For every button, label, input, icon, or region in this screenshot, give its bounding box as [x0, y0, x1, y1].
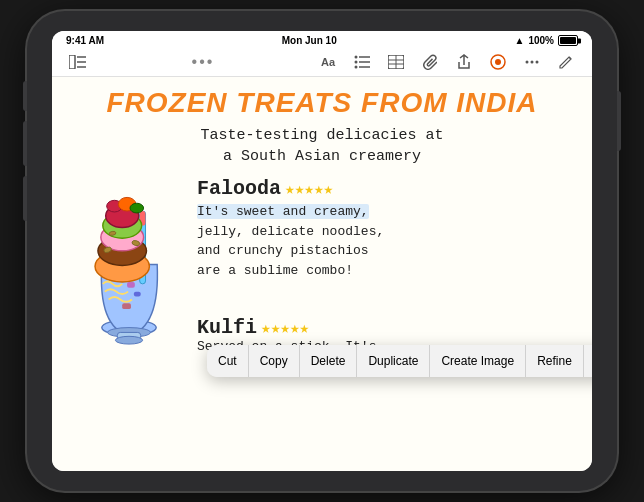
svg-point-18 — [536, 61, 539, 64]
refine-menu-item[interactable]: Refine — [526, 345, 584, 377]
note-title: Frozen Treats From India — [72, 87, 572, 119]
svg-rect-34 — [134, 292, 141, 297]
table-icon[interactable] — [386, 52, 406, 72]
kulfi-name: Kulfi ★★★★★ — [197, 316, 572, 339]
svg-point-4 — [355, 56, 358, 59]
falooda-stars: ★★★★★ — [285, 179, 333, 199]
svg-point-17 — [531, 61, 534, 64]
attachment-icon[interactable] — [420, 52, 440, 72]
delete-menu-item[interactable]: Delete — [300, 345, 358, 377]
mute-button[interactable] — [23, 81, 27, 111]
svg-point-29 — [130, 203, 144, 213]
note-subtitle: Taste-testing delicacies at a South Asia… — [72, 125, 572, 167]
svg-point-8 — [355, 66, 358, 69]
toolbar-right: Aa — [318, 52, 576, 72]
duplicate-menu-item[interactable]: Duplicate — [357, 345, 430, 377]
sidebar-toggle-icon[interactable] — [68, 52, 88, 72]
svg-rect-33 — [127, 282, 135, 288]
more-options-icon[interactable] — [522, 52, 542, 72]
power-button[interactable] — [617, 91, 621, 151]
kulfi-stars: ★★★★★ — [261, 318, 309, 338]
svg-rect-0 — [69, 55, 75, 69]
compose-icon[interactable] — [556, 52, 576, 72]
falooda-description: It's sweet and creamy, jelly, delicate n… — [197, 202, 572, 280]
note-text-area: Falooda ★★★★★ It's sweet and creamy, jel… — [197, 177, 572, 354]
copy-as-text-menu-item[interactable]: Copy as Text — [584, 345, 592, 377]
note-content: Frozen Treats From India Taste-testing d… — [52, 77, 592, 471]
volume-down-button[interactable] — [23, 176, 27, 221]
svg-point-38 — [115, 336, 142, 344]
status-time: 9:41 AM — [66, 35, 104, 46]
status-indicators: ▲ 100% — [515, 35, 578, 46]
status-bar: 9:41 AM Mon Jun 10 ▲ 100% — [52, 31, 592, 48]
wifi-icon: ▲ — [515, 35, 525, 46]
copy-menu-item[interactable]: Copy — [249, 345, 300, 377]
toolbar: ••• Aa — [52, 48, 592, 77]
cut-menu-item[interactable]: Cut — [207, 345, 249, 377]
share-icon[interactable] — [454, 52, 474, 72]
battery-label: 100% — [528, 35, 554, 46]
svg-rect-35 — [122, 303, 131, 309]
falooda-name: Falooda ★★★★★ — [197, 177, 572, 200]
tablet-device: 9:41 AM Mon Jun 10 ▲ 100% — [27, 11, 617, 491]
subtitle-line2: a South Asian creamery — [223, 148, 421, 165]
status-date: Mon Jun 10 — [282, 35, 337, 46]
svg-point-16 — [526, 61, 529, 64]
context-menu: Cut Copy Delete Duplicate Create Image R… — [207, 345, 592, 377]
ice-cream-illustration — [72, 177, 187, 351]
note-body: Falooda ★★★★★ It's sweet and creamy, jel… — [72, 177, 572, 354]
svg-point-15 — [495, 59, 501, 65]
tablet-screen: 9:41 AM Mon Jun 10 ▲ 100% — [52, 31, 592, 471]
toolbar-left — [68, 52, 88, 72]
volume-up-button[interactable] — [23, 121, 27, 166]
subtitle-line1: Taste-testing delicacies at — [200, 127, 443, 144]
marker-icon[interactable] — [488, 52, 508, 72]
font-size-icon[interactable]: Aa — [318, 52, 338, 72]
list-icon[interactable] — [352, 52, 372, 72]
battery-icon — [558, 35, 578, 46]
toolbar-center: ••• — [192, 53, 215, 71]
selected-text: It's sweet and creamy, — [197, 204, 369, 219]
toolbar-dots: ••• — [192, 53, 215, 71]
create-image-menu-item[interactable]: Create Image — [430, 345, 526, 377]
svg-point-6 — [355, 61, 358, 64]
